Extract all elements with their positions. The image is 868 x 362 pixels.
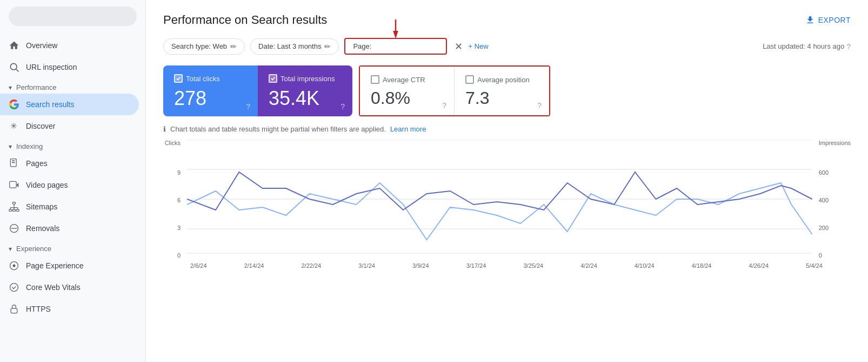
x-label-11: 5/4/24 [806, 262, 823, 269]
sidebar-item-removals[interactable]: Removals [0, 218, 139, 239]
chart-container: Clicks 9 6 3 0 [163, 140, 851, 349]
header-row: Performance on Search results EXPORT [163, 13, 851, 27]
video-pages-label: Video pages [26, 181, 68, 189]
sidebar-item-video-pages[interactable]: Video pages [0, 174, 139, 196]
sidebar-item-discover[interactable]: ✳ Discover [0, 115, 139, 137]
total-impressions-label-row: Total impressions [269, 74, 342, 83]
core-web-vitals-icon [9, 282, 19, 293]
red-arrow-annotation [379, 18, 412, 38]
sidebar-item-sitemaps[interactable]: Sitemaps [0, 196, 139, 218]
sidebar-item-page-experience[interactable]: Page Experience [0, 255, 139, 277]
indexing-section: ▾ Indexing [0, 137, 145, 153]
metric-total-impressions[interactable]: Total impressions 35.4K ? [258, 65, 352, 116]
asterisk-icon: ✳ [9, 121, 19, 131]
x-label-6: 3/25/24 [523, 262, 543, 269]
position-help-icon[interactable]: ? [537, 101, 542, 110]
info-bar: ℹ Chart totals and table results might b… [163, 125, 851, 133]
help-icon-header[interactable]: ? [846, 42, 851, 51]
total-clicks-label: Total clicks [186, 75, 220, 83]
impressions-checkbox[interactable] [269, 74, 277, 83]
page-filter-wrapper: Page: [344, 38, 447, 55]
x-label-2: 2/22/24 [301, 262, 321, 269]
impressions-help-icon[interactable]: ? [340, 102, 345, 111]
pages-label: Pages [26, 159, 48, 168]
clicks-checkbox[interactable] [174, 74, 183, 83]
y-tick-0r: 0 [819, 252, 851, 259]
svg-rect-10 [13, 209, 16, 211]
metric-position[interactable]: Average position 7.3 ? [455, 67, 549, 115]
sidebar-item-search-results[interactable]: Search results [0, 94, 139, 115]
y-label-title-left: Clicks [163, 140, 181, 146]
position-label-row: Average position [465, 75, 538, 84]
search-results-label: Search results [26, 100, 74, 109]
svg-text:✳: ✳ [10, 121, 17, 130]
position-checkbox[interactable] [465, 75, 474, 84]
sidebar-item-core-web-vitals[interactable]: Core Web Vitals [0, 277, 139, 298]
page-filter-label: Page: [353, 42, 371, 50]
svg-marker-7 [16, 183, 18, 187]
x-label-5: 3/17/24 [466, 262, 486, 269]
edit-icon-search: ✏ [230, 42, 237, 51]
core-web-vitals-label: Core Web Vitals [26, 283, 81, 292]
page-experience-icon [9, 260, 19, 271]
chevron-icon-3: ▾ [9, 245, 12, 253]
total-impressions-label: Total impressions [281, 75, 335, 83]
performance-section: ▾ Performance [0, 78, 145, 94]
svg-rect-5 [12, 162, 15, 163]
main-content: Performance on Search results EXPORT Sea… [146, 0, 868, 362]
sidebar-item-url-inspection[interactable]: URL inspection [0, 56, 139, 78]
ctr-label-row: Average CTR [371, 75, 443, 84]
metric-ctr[interactable]: Average CTR 0.8% ? [360, 67, 455, 115]
page-filter[interactable]: Page: [344, 38, 447, 55]
chevron-icon-2: ▾ [9, 143, 12, 150]
y-tick-200: 200 [819, 225, 851, 231]
chevron-icon: ▾ [9, 84, 12, 91]
average-position-value: 7.3 [465, 88, 538, 108]
edit-icon-date: ✏ [324, 42, 331, 51]
search-icon [9, 62, 19, 73]
y-axis-left: Clicks 9 6 3 0 [163, 140, 185, 259]
info-icon: ℹ [163, 125, 166, 133]
x-label-10: 4/26/24 [749, 262, 769, 269]
sitemaps-label: Sitemaps [26, 202, 57, 211]
ctr-checkbox[interactable] [371, 75, 379, 84]
svg-point-21 [10, 284, 18, 292]
url-inspection-label: URL inspection [26, 63, 77, 71]
sidebar-item-https[interactable]: HTTPS [0, 298, 139, 320]
learn-more-link[interactable]: Learn more [390, 125, 426, 133]
sidebar-item-pages[interactable]: Pages [0, 153, 139, 174]
x-label-4: 3/9/24 [412, 262, 429, 269]
impressions-line [187, 183, 812, 240]
ctr-help-icon[interactable]: ? [442, 101, 446, 110]
svg-rect-6 [10, 181, 17, 188]
y-tick-6: 6 [163, 197, 181, 203]
metric-total-clicks[interactable]: Total clicks 278 ? [163, 65, 258, 116]
sidebar-search-bar [9, 6, 137, 26]
page-title: Performance on Search results [163, 13, 327, 27]
export-label: EXPORT [818, 16, 851, 24]
sidebar: Overview URL inspection ▾ Performance Se… [0, 0, 146, 362]
date-label: Date: Last 3 months [258, 42, 321, 50]
removals-icon [9, 223, 19, 234]
search-type-filter[interactable]: Search type: Web ✏ [163, 38, 245, 55]
overview-label: Overview [26, 41, 57, 50]
x-axis-labels: 2/6/24 2/14/24 2/22/24 3/1/24 3/9/24 3/1… [190, 262, 823, 269]
new-filter-button[interactable]: + New [468, 42, 488, 50]
page-filter-close[interactable]: ✕ [455, 41, 463, 52]
export-button[interactable]: EXPORT [805, 15, 851, 25]
y-tick-0: 0 [163, 252, 181, 259]
date-filter[interactable]: Date: Last 3 months ✏ [250, 38, 339, 55]
svg-point-0 [10, 63, 17, 70]
page-filter-input[interactable] [373, 42, 438, 50]
chart-svg [187, 140, 812, 259]
clicks-help-icon[interactable]: ? [246, 102, 250, 111]
svg-rect-9 [9, 209, 12, 211]
search-type-label: Search type: Web [171, 42, 227, 50]
total-impressions-value: 35.4K [269, 87, 342, 110]
y-tick-3: 3 [163, 225, 181, 231]
total-clicks-label-row: Total clicks [174, 74, 247, 83]
ctr-position-group: Average CTR 0.8% ? Average position 7.3 … [359, 65, 550, 116]
sidebar-item-overview[interactable]: Overview [0, 35, 139, 56]
filter-bar: Search type: Web ✏ Date: Last 3 months ✏… [163, 38, 851, 55]
lock-icon [9, 304, 19, 314]
